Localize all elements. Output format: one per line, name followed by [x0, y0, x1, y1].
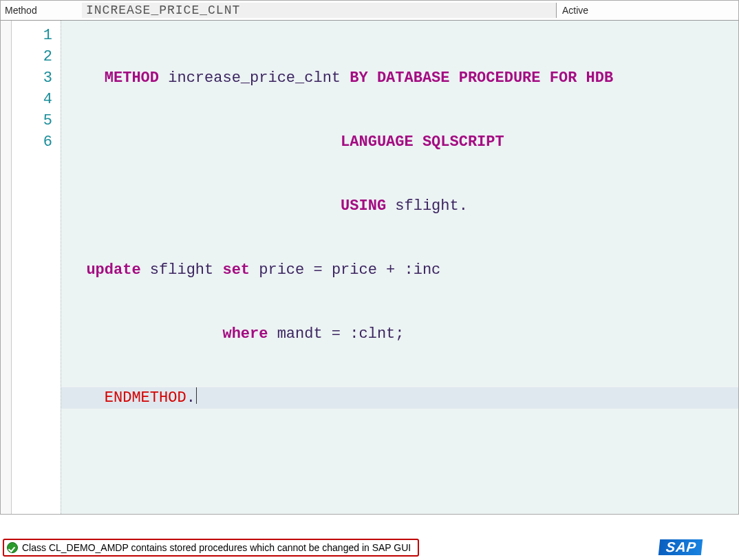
using-arg: sflight: [395, 197, 458, 215]
clause-by-db: BY DATABASE PROCEDURE FOR HDB: [350, 69, 613, 87]
code-editor[interactable]: 1 2 3 4 5 6 METHOD increase_price_clnt B…: [0, 21, 739, 515]
line-number: 6: [12, 131, 61, 153]
method-name: increase_price_clnt: [168, 69, 350, 87]
active-status-label: Active: [557, 5, 588, 16]
code-area[interactable]: METHOD increase_price_clnt BY DATABASE P…: [61, 21, 738, 514]
code-line[interactable]: where mandt = :clnt;: [61, 323, 738, 345]
line-number: 1: [12, 25, 61, 46]
where-expr: mandt = :clnt;: [277, 325, 405, 343]
keyword-method: METHOD: [105, 69, 168, 87]
status-message-text: Class CL_DEMO_AMDP contains stored proce…: [22, 542, 411, 553]
line-number: 5: [12, 110, 61, 131]
line-number: 4: [12, 89, 61, 110]
code-line[interactable]: USING sflight.: [61, 195, 738, 217]
clause-language: LANGUAGE SQLSCRIPT: [341, 133, 504, 151]
line-number: 3: [12, 67, 61, 89]
status-bar: Class CL_DEMO_AMDP contains stored proce…: [3, 539, 736, 556]
table-name: sflight: [150, 261, 223, 279]
punct-dot: .: [186, 389, 195, 407]
status-message[interactable]: Class CL_DEMO_AMDP contains stored proce…: [3, 539, 419, 557]
line-number: 2: [12, 46, 61, 67]
code-line[interactable]: ENDMETHOD.: [61, 387, 738, 409]
method-name-field[interactable]: INCREASE_PRICE_CLNT: [82, 3, 557, 18]
punct-dot: .: [459, 197, 468, 215]
keyword-using: USING: [341, 197, 395, 215]
method-label: Method: [1, 5, 82, 16]
code-line[interactable]: LANGUAGE SQLSCRIPT: [61, 131, 738, 153]
assign-expr: price = price + :inc: [259, 261, 440, 279]
method-header: Method INCREASE_PRICE_CLNT Active: [0, 0, 739, 21]
keyword-set: set: [222, 261, 259, 279]
line-gutter: 1 2 3 4 5 6: [12, 21, 61, 514]
sap-logo: SAP: [658, 539, 703, 555]
success-icon: [7, 542, 18, 553]
breakpoint-strip[interactable]: [1, 21, 12, 514]
text-caret: [196, 387, 197, 404]
code-line[interactable]: update sflight set price = price + :inc: [61, 259, 738, 281]
code-line[interactable]: METHOD increase_price_clnt BY DATABASE P…: [61, 67, 738, 89]
keyword-endmethod: ENDMETHOD: [105, 389, 186, 407]
keyword-update: update: [86, 261, 149, 279]
keyword-where: where: [222, 325, 277, 343]
